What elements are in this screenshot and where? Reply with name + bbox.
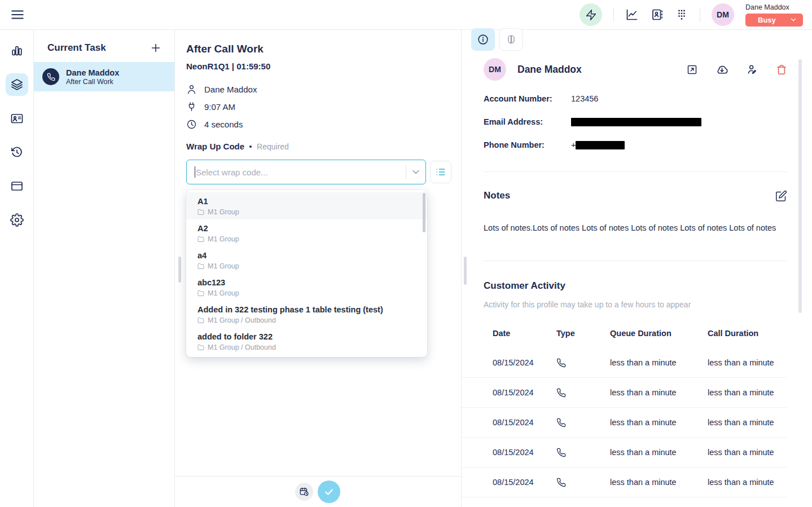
option-group-label: M1 Group / Outbound: [208, 343, 276, 351]
activity-row[interactable]: 08/15/2024less than a minuteless than a …: [462, 408, 787, 438]
redaction-bar: [571, 118, 701, 126]
sidebar-item-analytics[interactable]: [6, 39, 28, 62]
open-in-new-button[interactable]: [686, 64, 698, 76]
profile-field-row: Email Address:: [484, 115, 787, 129]
task-avatar: [42, 68, 59, 85]
list-icon: [435, 166, 446, 178]
dropdown-scrollbar[interactable]: [423, 193, 425, 232]
wrap-code-select[interactable]: [186, 160, 426, 184]
edit-contact-button[interactable]: [746, 63, 758, 76]
hamburger-menu-icon[interactable]: [10, 7, 25, 22]
option-group-label: M1 Group: [208, 235, 239, 243]
panel-title: Current Task: [47, 42, 106, 54]
wrap-code-option[interactable]: abc123M1 Group: [186, 274, 427, 301]
tab-profile-info[interactable]: [471, 28, 495, 51]
wrap-code-option[interactable]: Added in 322 testing phase 1 table testi…: [186, 301, 427, 328]
cloud-download-icon: [716, 63, 728, 76]
field-label: Phone Number:: [484, 140, 571, 149]
brain-icon: [505, 33, 517, 46]
activity-date: 08/15/2024: [493, 418, 556, 427]
divider: [700, 7, 700, 22]
chevron-down-icon: [410, 166, 422, 178]
activity-row[interactable]: 08/15/2024less than a minuteless than a …: [462, 348, 787, 378]
plus-icon[interactable]: [150, 42, 162, 54]
profile-field-row: Phone Number:+: [484, 138, 787, 152]
user-block: Dane Maddox Busy: [745, 3, 803, 27]
call-duration: less than a minute: [708, 358, 787, 367]
contacts-icon: [650, 8, 664, 21]
calendar-clock-icon: [299, 487, 309, 497]
sidebar-item-contacts[interactable]: [6, 107, 28, 130]
sidebar-item-history[interactable]: [6, 141, 28, 164]
wrap-code-option[interactable]: added to folder 322M1 Group / Outbound: [186, 328, 427, 355]
dialpad-button[interactable]: [675, 8, 688, 21]
line-chart-icon: [625, 8, 639, 21]
info-start-time: 9:07 AM: [204, 102, 235, 112]
queue-duration: less than a minute: [610, 478, 708, 487]
folder-icon: [197, 263, 204, 270]
plug-icon: [186, 102, 197, 112]
complete-task-button[interactable]: [318, 480, 340, 503]
task-title: After Call Work: [186, 42, 264, 56]
task-detail-panel: After Call Work NeonR1Q1 | 01:59:50 Dane…: [175, 30, 461, 507]
pane-resize-handle[interactable]: [178, 257, 181, 283]
column-header: Queue Duration: [610, 329, 708, 338]
notes-header: Notes: [484, 188, 787, 203]
sidebar-item-tasks[interactable]: [6, 73, 28, 96]
task-list-item[interactable]: Dane Maddox After Call Work: [34, 62, 174, 91]
task-texts: Dane Maddox After Call Work: [66, 68, 119, 86]
bar-chart-icon: [10, 44, 24, 58]
folder-icon: [197, 344, 204, 351]
select-chevron[interactable]: [406, 166, 425, 178]
column-header: Call Duration: [708, 329, 787, 338]
sidebar-item-settings[interactable]: [6, 209, 28, 231]
tab-ai-insights[interactable]: [499, 28, 523, 51]
wrap-code-option[interactable]: A2M1 Group: [186, 219, 427, 246]
sidebar-item-browser[interactable]: [6, 175, 28, 197]
profile-name: Dane Maddox: [517, 64, 582, 76]
redaction-bar: [576, 141, 625, 149]
option-group: M1 Group: [197, 208, 418, 216]
folder-icon: [197, 236, 204, 243]
activity-date: 08/15/2024: [493, 358, 556, 367]
wrap-code-option[interactable]: A1M1 Group: [186, 192, 427, 219]
contact-card-icon: [10, 112, 24, 125]
queue-duration: less than a minute: [610, 448, 708, 457]
check-icon: [323, 486, 335, 497]
section-divider: [484, 171, 787, 172]
download-profile-button[interactable]: [716, 63, 728, 76]
activity-row[interactable]: 08/15/2024less than a minuteless than a …: [462, 438, 787, 468]
activity-row[interactable]: 08/15/2024less than a minuteless than a …: [462, 468, 787, 497]
option-label: a4: [197, 250, 418, 261]
status-dropdown[interactable]: Busy: [745, 14, 803, 27]
profile-fields: Account Number:123456Email Address:Phone…: [484, 92, 787, 161]
contacts-button[interactable]: [650, 8, 664, 21]
activity-date: 08/15/2024: [493, 448, 556, 457]
edit-notes-button[interactable]: [775, 190, 787, 202]
customer-activity-title: Customer Activity: [484, 279, 565, 293]
option-group: M1 Group: [197, 235, 418, 243]
analytics-button[interactable]: [625, 8, 639, 21]
delete-contact-button[interactable]: [776, 64, 787, 76]
call-duration: less than a minute: [708, 388, 787, 397]
activity-table-body: 08/15/2024less than a minuteless than a …: [462, 348, 787, 497]
user-avatar[interactable]: DM: [712, 3, 734, 26]
person-edit-icon: [746, 63, 758, 76]
wrap-code-option[interactable]: a4M1 Group: [186, 246, 427, 274]
call-duration: less than a minute: [708, 478, 787, 487]
info-row-start-time: 9:07 AM: [186, 98, 257, 116]
notes-body: Lots of notes.Lots of notes Lots of note…: [484, 222, 787, 233]
wrap-code-input[interactable]: [196, 167, 406, 177]
divider: [613, 7, 614, 22]
profile-avatar: DM: [484, 58, 506, 81]
lightning-button[interactable]: [580, 3, 602, 26]
notes-title: Notes: [484, 188, 510, 203]
profile-scrollbar[interactable]: [798, 59, 802, 313]
schedule-callback-button[interactable]: [295, 483, 313, 501]
activity-row[interactable]: 08/15/2024less than a minuteless than a …: [462, 378, 787, 408]
option-label: abc123: [197, 277, 418, 288]
option-label: A1: [197, 196, 418, 207]
pane-resize-handle[interactable]: [464, 257, 467, 285]
browse-wrap-codes-button[interactable]: [430, 161, 451, 183]
option-group: M1 Group / Outbound: [197, 343, 418, 351]
